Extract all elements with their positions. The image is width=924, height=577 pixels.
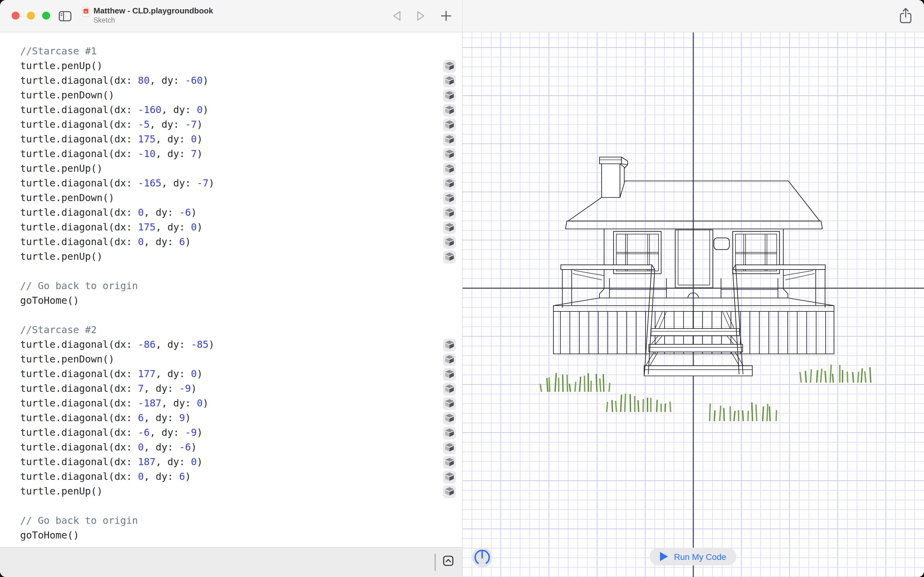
zoom-window-button[interactable] — [42, 11, 50, 19]
code-line[interactable]: turtle.diagonal(dx: 175, dy: 0) — [0, 220, 462, 235]
cube-icon — [445, 384, 454, 393]
code-line[interactable]: turtle.penDown() — [0, 352, 462, 367]
close-window-button[interactable] — [11, 11, 19, 19]
literal-cube-button[interactable] — [443, 441, 456, 454]
literal-cube-button[interactable] — [443, 148, 456, 160]
code-line[interactable]: //Starcase #2 — [0, 323, 462, 337]
literal-cube-button[interactable] — [443, 397, 456, 410]
code-line[interactable]: turtle.penUp() — [0, 59, 462, 73]
cube-icon — [445, 76, 454, 85]
cube-icon — [445, 106, 454, 114]
cube-icon — [445, 194, 454, 202]
cube-icon — [445, 223, 454, 232]
code-line[interactable]: turtle.diagonal(dx: -86, dy: -85) — [0, 337, 462, 352]
play-icon — [660, 552, 668, 561]
code-line[interactable] — [0, 264, 462, 279]
turtle-canvas[interactable] — [463, 32, 924, 577]
literal-cube-button[interactable] — [443, 221, 456, 234]
cube-icon — [445, 399, 454, 408]
code-line[interactable]: turtle.diagonal(dx: 187, dy: 0) — [0, 455, 462, 469]
code-line[interactable]: turtle.penUp() — [0, 484, 462, 499]
literal-cube-button[interactable] — [443, 206, 456, 219]
literal-cube-button[interactable] — [443, 485, 456, 498]
cube-icon — [445, 340, 454, 349]
code-line[interactable]: turtle.diagonal(dx: 0, dy: -6) — [0, 205, 462, 220]
back-button[interactable] — [392, 10, 402, 23]
code-line[interactable]: turtle.diagonal(dx: 80, dy: -60) — [0, 73, 462, 88]
minimize-window-button[interactable] — [27, 11, 35, 19]
code-line[interactable]: turtle.penDown() — [0, 191, 462, 205]
cube-icon — [445, 91, 454, 100]
code-line[interactable]: turtle.diagonal(dx: 0, dy: -6) — [0, 440, 462, 455]
left-rail — [561, 265, 655, 269]
code-line[interactable]: turtle.diagonal(dx: -160, dy: 0) — [0, 103, 462, 118]
stair-stringers — [646, 312, 743, 366]
cube-icon — [445, 62, 454, 70]
literal-cube-button[interactable] — [443, 456, 456, 469]
literal-cube-button[interactable] — [443, 353, 456, 366]
page-subtitle: Sketch — [93, 16, 213, 24]
literal-cube-button[interactable] — [443, 103, 456, 116]
cube-icon — [445, 121, 454, 129]
playgrounds-window: Matthew - CLD.playgroundbook Sketch — [0, 0, 924, 577]
code-line[interactable]: turtle.penUp() — [0, 161, 462, 176]
code-line[interactable]: //Starcase #1 — [0, 44, 462, 59]
bottom-bar-divider — [435, 554, 435, 571]
literal-cube-button[interactable] — [443, 60, 456, 73]
collapse-keyboard-button[interactable] — [443, 556, 454, 568]
run-my-code-button[interactable]: Run My Code — [650, 548, 736, 566]
code-line[interactable]: turtle.penUp() — [0, 249, 462, 264]
code-editor[interactable]: //Starcase #1turtle.penUp()turtle.diagon… — [0, 32, 462, 548]
code-line[interactable]: goToHome() — [0, 293, 462, 308]
sidebar-icon — [59, 11, 71, 21]
literal-cube-button[interactable] — [443, 367, 456, 380]
literal-cube-button[interactable] — [443, 177, 456, 190]
literal-cube-button[interactable] — [443, 250, 456, 263]
code-line[interactable]: // Go back to origin — [0, 513, 462, 528]
cube-icon — [445, 208, 454, 217]
literal-cube-button[interactable] — [443, 235, 456, 248]
code-editor-pane: //Starcase #1turtle.penUp()turtle.diagon… — [0, 32, 462, 577]
page-title: Matthew - CLD.playgroundbook — [93, 6, 213, 16]
code-line[interactable]: turtle.diagonal(dx: 6, dy: 9) — [0, 411, 462, 425]
code-line[interactable]: turtle.diagonal(dx: 175, dy: 0) — [0, 132, 462, 147]
cube-icon — [445, 150, 454, 158]
code-line[interactable]: // Go back to origin — [0, 279, 462, 293]
code-line[interactable]: turtle.diagonal(dx: 7, dy: -9) — [0, 381, 462, 396]
literal-cube-button[interactable] — [443, 471, 456, 483]
literal-cube-button[interactable] — [443, 382, 456, 395]
cube-icon — [445, 487, 454, 496]
literal-cube-button[interactable] — [443, 118, 456, 131]
literal-cube-button[interactable] — [443, 338, 456, 351]
literal-cube-button[interactable] — [443, 74, 456, 87]
forward-button[interactable] — [415, 10, 425, 23]
code-line[interactable]: goToHome() — [0, 528, 462, 543]
cube-icon — [445, 253, 454, 261]
code-line[interactable]: turtle.diagonal(dx: 177, dy: 0) — [0, 367, 462, 381]
literal-cube-button[interactable] — [443, 412, 456, 424]
pane-divider — [462, 0, 463, 32]
code-line[interactable]: turtle.diagonal(dx: -165, dy: -7) — [0, 176, 462, 191]
code-line[interactable]: turtle.diagonal(dx: -187, dy: 0) — [0, 396, 462, 411]
cube-icon — [445, 443, 454, 452]
share-button[interactable] — [900, 7, 912, 26]
literal-cube-button[interactable] — [443, 133, 456, 146]
add-page-button[interactable] — [441, 10, 452, 23]
code-line[interactable]: turtle.penDown() — [0, 88, 462, 103]
literal-cube-button[interactable] — [443, 426, 456, 439]
code-line[interactable]: turtle.diagonal(dx: -6, dy: -9) — [0, 425, 462, 440]
literal-cube-button[interactable] — [443, 89, 456, 102]
code-line[interactable]: turtle.diagonal(dx: -5, dy: -7) — [0, 118, 462, 132]
stairs — [644, 329, 752, 376]
code-line[interactable] — [0, 308, 462, 323]
speed-gauge-button[interactable] — [472, 547, 493, 568]
cube-icon — [445, 164, 454, 173]
code-line[interactable]: turtle.diagonal(dx: 0, dy: 6) — [0, 469, 462, 484]
literal-cube-button[interactable] — [443, 162, 456, 175]
literal-cube-button[interactable] — [443, 192, 456, 205]
code-line[interactable]: turtle.diagonal(dx: 0, dy: 6) — [0, 235, 462, 249]
code-line[interactable]: turtle.diagonal(dx: -10, dy: 7) — [0, 147, 462, 161]
cube-icon — [445, 355, 454, 364]
code-line[interactable] — [0, 499, 462, 513]
sidebar-toggle-button[interactable] — [59, 11, 71, 21]
